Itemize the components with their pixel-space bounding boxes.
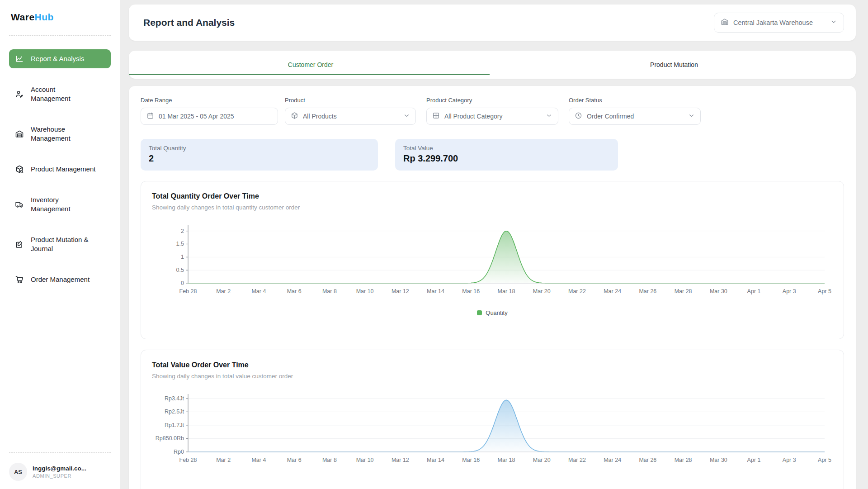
- product-category-value: All Product Category: [444, 113, 541, 120]
- svg-text:Mar 14: Mar 14: [427, 288, 444, 294]
- svg-text:Rp3.4Jt: Rp3.4Jt: [165, 395, 184, 402]
- truck-icon: [14, 199, 24, 209]
- svg-text:Mar 18: Mar 18: [498, 288, 515, 294]
- chart-line-icon: [14, 54, 24, 64]
- sidebar-item-label: Inventory Management: [31, 195, 71, 214]
- svg-text:Mar 20: Mar 20: [533, 288, 551, 294]
- tab-label: Customer Order: [288, 61, 333, 68]
- journal-edit-icon: [14, 239, 24, 249]
- box-icon: [291, 112, 298, 121]
- product-select[interactable]: All Products: [285, 108, 416, 125]
- svg-text:Mar 30: Mar 30: [710, 457, 727, 463]
- filter-label: Date Range: [141, 97, 278, 104]
- tab-product-mutation[interactable]: Product Mutation: [492, 51, 856, 79]
- value-chart-card: Total Value Order Over Time Showing dail…: [141, 350, 844, 489]
- svg-text:Apr 1: Apr 1: [747, 288, 761, 294]
- svg-text:Feb 28: Feb 28: [179, 288, 197, 294]
- warehouse-icon: [14, 129, 24, 139]
- svg-text:Mar 8: Mar 8: [322, 457, 337, 463]
- warehouse-selector-value: Central Jakarta Warehouse: [733, 19, 826, 26]
- chart-legend: Quantity: [152, 309, 833, 316]
- filter-label: Product Category: [426, 97, 558, 104]
- quantity-chart-card: Total Quantity Order Over Time Showing d…: [141, 181, 844, 339]
- user-panel[interactable]: AS inggis@gmail.co... ADMIN_SUPER: [9, 452, 111, 481]
- svg-text:Mar 20: Mar 20: [533, 457, 551, 463]
- warehouse-selector[interactable]: Central Jakarta Warehouse: [714, 13, 844, 33]
- sidebar-item-inventory-management[interactable]: Inventory Management: [9, 191, 111, 218]
- order-status-filter: Order Status Order Confirmed: [569, 97, 701, 125]
- svg-text:Mar 28: Mar 28: [675, 288, 692, 294]
- sidebar-item-account-management[interactable]: Account Management: [9, 81, 111, 108]
- product-category-filter: Product Category All Product Category: [426, 97, 558, 125]
- page-title: Report and Analysis: [143, 17, 235, 28]
- sidebar-item-label: Warehouse Management: [31, 125, 71, 143]
- sidebar-item-label: Account Management: [31, 85, 71, 104]
- svg-text:Mar 10: Mar 10: [356, 288, 374, 294]
- svg-text:Mar 16: Mar 16: [462, 457, 480, 463]
- sidebar-item-label: Report & Analysis: [31, 54, 84, 63]
- date-range-filter: Date Range 01 Mar 2025 - 05 Apr 2025: [141, 97, 278, 125]
- sidebar-nav: Report & Analysis Account Management War…: [9, 49, 111, 289]
- user-icon: [14, 89, 24, 99]
- svg-text:Apr 3: Apr 3: [783, 288, 796, 294]
- sidebar-item-product-management[interactable]: Product Management: [9, 160, 111, 179]
- order-status-select[interactable]: Order Confirmed: [569, 108, 701, 125]
- svg-text:Mar 6: Mar 6: [287, 457, 302, 463]
- svg-text:Mar 10: Mar 10: [356, 457, 374, 463]
- svg-text:1: 1: [181, 254, 184, 260]
- filter-row: Date Range 01 Mar 2025 - 05 Apr 2025 Pro…: [141, 97, 844, 135]
- sidebar-item-order-management[interactable]: Order Management: [9, 270, 111, 289]
- svg-text:Mar 2: Mar 2: [216, 288, 231, 294]
- svg-text:Mar 22: Mar 22: [568, 288, 586, 294]
- chevron-down-icon: [830, 18, 837, 27]
- svg-text:Mar 2: Mar 2: [216, 457, 231, 463]
- product-filter: Product All Products: [285, 97, 416, 125]
- svg-text:0: 0: [181, 280, 184, 286]
- value-area-chart[interactable]: Rp0Rp850.0RbRp1.7JtRp2.5JtRp3.4JtFeb 28M…: [152, 393, 834, 469]
- total-quantity-label: Total Quantity: [149, 145, 370, 152]
- user-role: ADMIN_SUPER: [33, 473, 86, 479]
- legend-swatch: [477, 310, 482, 315]
- chart-title: Total Value Order Over Time: [152, 361, 833, 369]
- chart-subtitle: Showing daily changes in total value cus…: [152, 373, 833, 380]
- order-status-value: Order Confirmed: [587, 113, 684, 120]
- clock-icon: [575, 112, 582, 121]
- summary-row: Total Quantity 2 Total Value Rp 3.299.70…: [141, 139, 844, 171]
- svg-text:Mar 26: Mar 26: [639, 288, 656, 294]
- product-select-value: All Products: [303, 113, 399, 120]
- svg-text:Feb 28: Feb 28: [179, 457, 197, 463]
- logo-text-hub: Hub: [35, 12, 54, 22]
- sidebar: WareHub Report & Analysis Account Manage…: [0, 0, 120, 489]
- svg-text:Mar 22: Mar 22: [568, 457, 586, 463]
- tab-customer-order[interactable]: Customer Order: [129, 51, 492, 79]
- legend-label: Quantity: [486, 309, 507, 316]
- user-panel-divider: [9, 452, 111, 453]
- svg-text:Apr 3: Apr 3: [783, 457, 796, 463]
- grid-icon: [432, 112, 440, 121]
- chevron-down-icon: [403, 112, 410, 121]
- product-category-select[interactable]: All Product Category: [426, 108, 558, 125]
- svg-text:Apr 5: Apr 5: [818, 288, 831, 294]
- total-quantity-value: 2: [149, 153, 370, 164]
- total-value-label: Total Value: [403, 145, 610, 152]
- svg-text:Mar 28: Mar 28: [675, 457, 692, 463]
- svg-text:Mar 8: Mar 8: [322, 288, 337, 294]
- sidebar-item-warehouse-management[interactable]: Warehouse Management: [9, 120, 111, 148]
- chart-subtitle: Showing daily changes in total quantity …: [152, 204, 833, 211]
- quantity-area-chart[interactable]: 00.511.52Feb 28Mar 2Mar 4Mar 6Mar 8Mar 1…: [152, 224, 834, 300]
- svg-text:Mar 4: Mar 4: [251, 457, 266, 463]
- svg-text:Mar 18: Mar 18: [498, 457, 515, 463]
- svg-text:1.5: 1.5: [176, 241, 184, 247]
- total-quantity-card: Total Quantity 2: [141, 139, 378, 171]
- sidebar-item-label: Product Management: [31, 165, 95, 174]
- svg-text:Mar 30: Mar 30: [710, 288, 727, 294]
- total-value-card: Total Value Rp 3.299.700: [395, 139, 618, 171]
- date-range-value: 01 Mar 2025 - 05 Apr 2025: [159, 113, 272, 120]
- svg-text:2: 2: [181, 228, 184, 234]
- sidebar-item-product-mutation-journal[interactable]: Product Mutation & Journal: [9, 231, 111, 258]
- chevron-down-icon: [688, 112, 695, 121]
- sidebar-divider: [9, 35, 111, 36]
- date-range-field[interactable]: 01 Mar 2025 - 05 Apr 2025: [141, 108, 278, 125]
- chevron-down-icon: [546, 112, 552, 121]
- sidebar-item-report-analysis[interactable]: Report & Analysis: [9, 49, 111, 68]
